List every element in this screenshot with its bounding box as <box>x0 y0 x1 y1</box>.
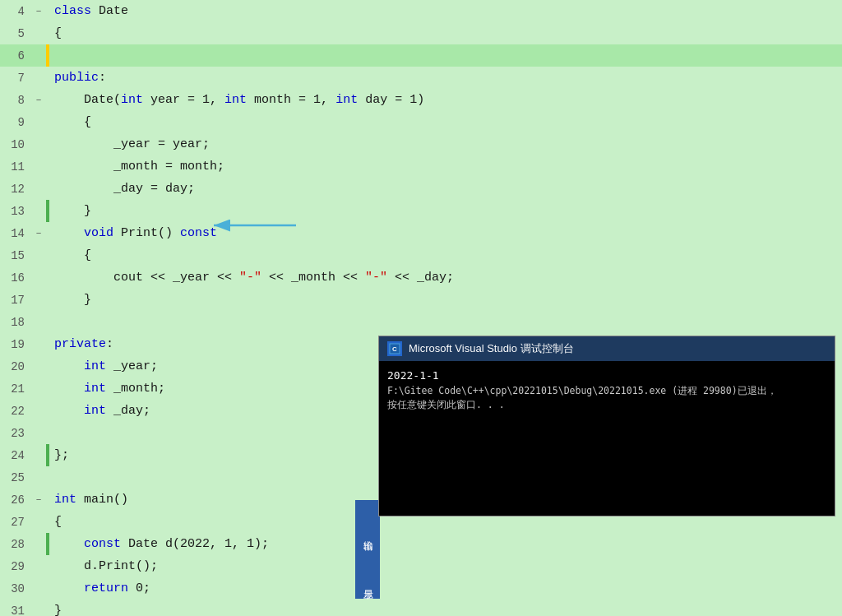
line-number-27: 27 <box>0 516 31 529</box>
code-line-17: 17 } <box>0 289 842 311</box>
console-titlebar: C Microsoft Visual Studio 调试控制台 <box>379 336 835 361</box>
line-number-8: 8 <box>0 94 31 107</box>
console-body: 2022-1-1 F:\Gitee Code\C++\cpp\20221015\… <box>379 361 835 419</box>
code-line-30: 30 return 0; <box>0 577 842 600</box>
line-number-18: 18 <box>0 316 31 329</box>
collapse-btn-8[interactable]: − <box>36 95 42 105</box>
code-line-18: 18 <box>0 311 842 333</box>
line-number-16: 16 <box>0 271 31 285</box>
line-number-5: 5 <box>0 27 31 40</box>
code-line-4: 4−class Date <box>0 0 842 22</box>
console-window[interactable]: C Microsoft Visual Studio 调试控制台 2022-1-1… <box>378 336 835 516</box>
code-line-28: 28 const Date d(2022, 1, 1); <box>0 533 842 555</box>
line-number-17: 17 <box>0 294 31 307</box>
code-content-15[interactable]: { <box>51 248 842 262</box>
green-bar-24 <box>46 444 49 466</box>
code-content-5[interactable]: { <box>51 26 842 40</box>
code-line-14: 14− void Print() const <box>0 222 842 244</box>
code-content-17[interactable]: } <box>51 293 842 307</box>
code-content-28[interactable]: const Date d(2022, 1, 1); <box>51 537 842 551</box>
line-number-14: 14 <box>0 227 31 240</box>
yellow-bar-6 <box>46 44 49 67</box>
code-content-11[interactable]: _month = month; <box>51 160 842 174</box>
collapse-btn-14[interactable]: − <box>36 229 42 239</box>
green-bar-13 <box>46 200 49 222</box>
code-line-31: 31} <box>0 600 842 616</box>
code-content-16[interactable]: cout << _year << "-" << _month << "-" <<… <box>51 271 842 285</box>
console-output-line1: 2022-1-1 <box>387 368 826 384</box>
line-number-28: 28 <box>0 538 31 551</box>
code-content-30[interactable]: return 0; <box>51 581 842 595</box>
line-number-26: 26 <box>0 493 31 507</box>
line-number-30: 30 <box>0 582 31 595</box>
line-number-20: 20 <box>0 360 31 373</box>
code-content-27[interactable]: { <box>51 515 842 529</box>
console-output-line2: F:\Gitee Code\C++\cpp\20221015\Debug\202… <box>387 384 826 398</box>
code-line-11: 11 _month = month; <box>0 155 842 178</box>
code-editor: 4−class Date5{67public:8− Date(int year … <box>0 0 842 616</box>
display-panel-tab[interactable]: 显示 <box>355 566 380 599</box>
line-number-10: 10 <box>0 138 31 151</box>
line-number-9: 9 <box>0 116 31 129</box>
line-number-15: 15 <box>0 249 31 262</box>
code-line-10: 10 _year = year; <box>0 133 842 155</box>
code-line-13: 13 } <box>0 200 842 222</box>
line-number-11: 11 <box>0 160 31 174</box>
code-content-8[interactable]: Date(int year = 1, int month = 1, int da… <box>51 93 842 107</box>
code-line-15: 15 { <box>0 244 842 266</box>
console-output-line3: 按任意键关闭此窗口. . . <box>387 398 826 412</box>
collapse-btn-4[interactable]: − <box>36 7 42 16</box>
code-content-14[interactable]: void Print() const <box>51 226 842 240</box>
line-number-6: 6 <box>0 49 31 63</box>
line-number-7: 7 <box>0 72 31 85</box>
code-content-4[interactable]: class Date <box>51 4 842 18</box>
line-number-23: 23 <box>0 427 31 440</box>
code-line-12: 12 _day = day; <box>0 178 842 200</box>
line-number-29: 29 <box>0 560 31 573</box>
code-content-13[interactable]: } <box>51 204 842 218</box>
green-bar-28 <box>46 533 49 555</box>
code-line-7: 7public: <box>0 67 842 89</box>
line-number-31: 31 <box>0 604 31 617</box>
code-line-9: 9 { <box>0 111 842 133</box>
output-panel-tab[interactable]: 输出 <box>355 500 380 566</box>
code-line-5: 5{ <box>0 22 842 44</box>
line-number-4: 4 <box>0 5 31 18</box>
code-content-7[interactable]: public: <box>51 71 842 85</box>
code-content-10[interactable]: _year = year; <box>51 137 842 151</box>
line-number-21: 21 <box>0 382 31 396</box>
code-line-16: 16 cout << _year << "-" << _month << "-"… <box>0 266 842 289</box>
code-line-29: 29 d.Print(); <box>0 555 842 577</box>
code-content-9[interactable]: { <box>51 115 842 129</box>
code-content-12[interactable]: _day = day; <box>51 182 842 196</box>
console-title: Microsoft Visual Studio 调试控制台 <box>409 341 574 356</box>
line-number-24: 24 <box>0 449 31 462</box>
line-number-19: 19 <box>0 338 31 351</box>
console-icon: C <box>387 341 402 356</box>
line-number-12: 12 <box>0 183 31 196</box>
line-number-13: 13 <box>0 205 31 218</box>
line-number-22: 22 <box>0 405 31 418</box>
collapse-btn-26[interactable]: − <box>36 495 42 505</box>
code-line-8: 8− Date(int year = 1, int month = 1, int… <box>0 89 842 111</box>
code-content-29[interactable]: d.Print(); <box>51 559 842 573</box>
svg-text:C: C <box>392 345 397 353</box>
line-number-25: 25 <box>0 471 31 484</box>
code-content-31[interactable]: } <box>51 604 842 616</box>
code-line-6: 6 <box>0 44 842 67</box>
